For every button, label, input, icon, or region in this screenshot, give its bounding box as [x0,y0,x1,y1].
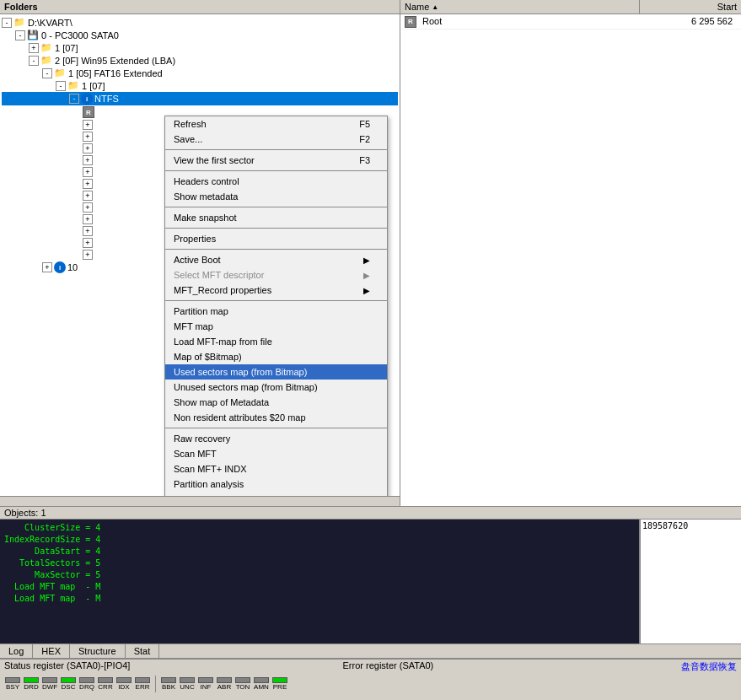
menu-partition-analysis[interactable]: Partition analysis [165,477,387,492]
folders-scrollbar-h[interactable] [0,496,400,506]
expand-e11[interactable]: + [83,238,93,248]
status-registers: BSY DRD DWF DSC DRQ [0,674,741,694]
expand-pc3000[interactable]: - [15,30,25,40]
r-badge-right: R [405,16,416,28]
menu-properties[interactable]: Properties [165,231,387,246]
menu-make-snapshot[interactable]: Make snapshot [165,210,387,225]
part4-label: 1 [07] [82,81,105,91]
tab-hex[interactable]: HEX [33,644,70,658]
menu-scan-mft-indx[interactable]: Scan MFT+ INDX [165,461,387,477]
tree-item-kvart[interactable]: - 📁 D:\KVART\ [2,16,398,29]
right-content[interactable]: R Root 6 295 562 [400,14,741,506]
right-reg-group: BBK UNC INF ABR TON [160,676,288,692]
tree-item-ntfs[interactable]: - i NTFS [2,92,398,105]
part3-label: 1 [05] FAT16 Extended [68,68,163,78]
expand-part3[interactable]: - [42,68,52,78]
expand-e3[interactable]: + [83,143,93,153]
tab-log[interactable]: Log [0,644,33,658]
expand-e12[interactable]: + [83,250,93,260]
expand-e9[interactable]: + [83,214,93,224]
reg-idx: IDX [115,677,132,691]
tree-item-part4[interactable]: - 📁 1 [07] [2,79,398,92]
reg-dwf: DWF [41,677,58,691]
menu-scan-unused[interactable]: Scan unused space [165,492,387,496]
reg-pre: PRE [271,677,288,691]
expand-ntfs[interactable]: - [69,94,79,104]
menu-select-mft[interactable]: Select MFT descriptor ▶ [165,267,387,283]
log-line-4: MaxSector = 5 [4,569,635,581]
tab-stat[interactable]: Stat [126,644,160,658]
menu-view-first-sector[interactable]: View the first sector F3 [165,153,387,168]
menu-sep7 [165,428,387,428]
folder-icon-part3: 📁 [54,67,66,78]
tree-item-part3[interactable]: - 📁 1 [05] FAT16 Extended [2,67,398,79]
folders-panel: Folders - 📁 D:\KVART\ - 💾 0 - PC3000 SAT… [0,0,400,506]
right-panel: Name Start R Root 6 295 562 [400,0,741,506]
col-start-header[interactable]: Start [640,0,741,13]
menu-refresh[interactable]: Refresh F5 [165,116,387,132]
reg-inf: INF [197,677,214,691]
menu-unused-sectors[interactable]: Unused sectors map (from Bitmap) [165,380,387,395]
expand-part10[interactable]: + [42,262,52,272]
menu-sep3 [165,207,387,207]
log-line-1: IndexRecordSize = 4 [4,534,635,546]
menu-map-bitmap[interactable]: Map of $Bitmap) [165,349,387,364]
menu-mft-map[interactable]: MFT map [165,319,387,334]
expand-e5[interactable]: + [83,167,93,177]
folders-header: Folders [0,0,400,14]
log-area[interactable]: ClusterSize = 4 IndexRecordSize = 4 Data… [0,520,640,643]
log-line-2: DataStart = 4 [4,546,635,557]
menu-headers-control[interactable]: Headers control [165,174,387,189]
tree-item-part2[interactable]: - 📁 2 [0F] Win95 Extended (LBA) [2,54,398,67]
menu-scan-mft[interactable]: Scan MFT [165,446,387,461]
right-row-icon: R [405,15,418,28]
tree-item-pc3000[interactable]: - 💾 0 - PC3000 SATA0 [2,29,398,41]
chinese-text: 盘音数据恢复 [681,660,737,673]
menu-load-mft-file[interactable]: Load MFT-map from file [165,334,387,349]
bottom-status: Objects: 1 [0,507,741,520]
folder-icon-part2: 📁 [40,55,52,66]
folders-tree[interactable]: - 📁 D:\KVART\ - 💾 0 - PC3000 SATA0 + 📁 1… [0,14,400,496]
ntfs-label: NTFS [94,94,119,104]
expand-part2[interactable]: - [29,56,39,66]
log-line-3: TotalSectors = 5 [4,557,635,569]
expand-part1[interactable]: + [29,43,39,53]
part1-label: 1 [07] [55,43,78,53]
expand-e2[interactable]: + [83,132,93,142]
reg-abr: ABR [216,677,233,691]
info-badge-part10: i [54,261,66,273]
tab-structure[interactable]: Structure [70,644,126,658]
reg-drq: DRQ [78,677,95,691]
menu-mft-record-props[interactable]: MFT_Record properties ▶ [165,283,387,298]
left-reg-group: BSY DRD DWF DSC DRQ [4,676,151,692]
status-bar: Status register (SATA0)-[PIO4] Error reg… [0,658,741,700]
expand-e8[interactable]: + [83,202,93,213]
menu-show-metadata-map[interactable]: Show map of Metadata [165,395,387,410]
reg-amn: AMN [253,677,270,691]
menu-show-metadata[interactable]: Show metadata [165,189,387,204]
part10-label: 10 [67,262,78,272]
expand-e7[interactable]: + [83,191,93,201]
expand-kvart[interactable]: - [2,18,12,28]
tree-item-part1[interactable]: + 📁 1 [07] [2,41,398,54]
menu-save[interactable]: Save... F2 [165,132,387,147]
expand-part4[interactable]: - [56,81,66,91]
right-row-root[interactable]: R Root 6 295 562 [400,14,741,30]
info-badge-ntfs: i [81,93,93,105]
expand-e6[interactable]: + [83,179,93,189]
menu-non-resident[interactable]: Non resident attributes $20 map [165,410,387,425]
expand-e10[interactable]: + [83,226,93,236]
menu-active-boot[interactable]: Active Boot ▶ [165,252,387,267]
menu-raw-recovery[interactable]: Raw recovery [165,431,387,446]
menu-partition-map[interactable]: Partition map [165,304,387,319]
folder-icon-part4: 📁 [67,80,79,91]
menu-sep2 [165,170,387,171]
menu-used-sectors[interactable]: Used sectors map (from Bitmap) [165,364,387,380]
log-line-0: ClusterSize = 4 [4,522,635,534]
log-line-6: Load MFT map - M [4,593,635,605]
col-name-header[interactable]: Name [400,0,640,13]
expand-e4[interactable]: + [83,155,93,165]
expand-e1[interactable]: + [83,120,93,130]
bottom-tabs: Log HEX Structure Stat [0,643,741,658]
folder-icon-part1: 📁 [40,42,52,53]
